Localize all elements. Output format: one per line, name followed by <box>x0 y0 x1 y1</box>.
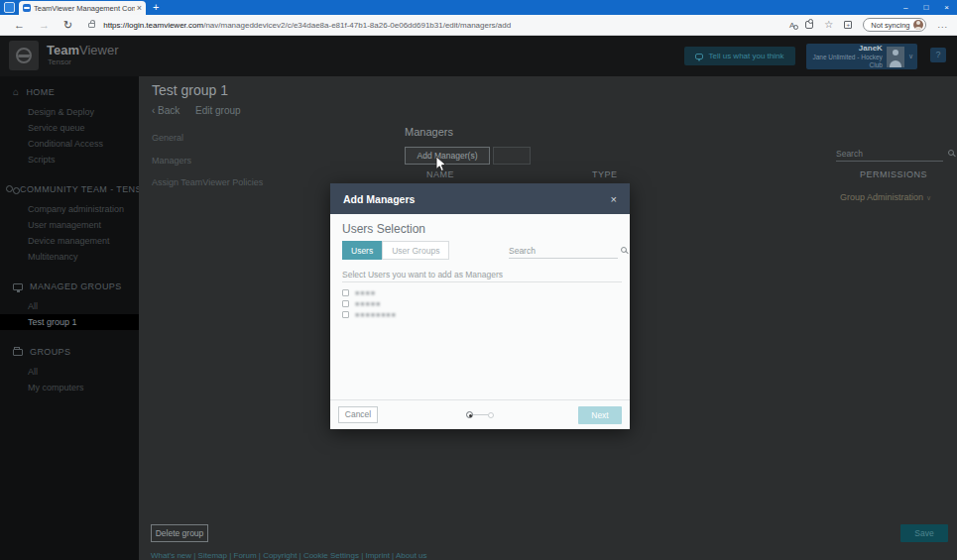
sidebar-section-managed-groups[interactable]: MANAGED GROUPS <box>0 279 139 294</box>
sidebar: ⌂ HOME Design & Deploy Service queue Con… <box>0 76 139 560</box>
address-bar[interactable]: https://login.teamviewer.com/nav/managed… <box>103 21 511 30</box>
next-button[interactable]: Next <box>578 406 622 424</box>
back-link[interactable]: ‹ Back <box>152 105 179 116</box>
section-label: COMMUNITY TEAM - TENSOR <box>20 184 156 194</box>
save-button[interactable]: Save <box>900 524 948 542</box>
user-row[interactable]: ■■■■■ <box>342 298 381 308</box>
brand-edition: Tensor <box>48 57 71 66</box>
user-row[interactable]: ■■■■ <box>342 287 376 297</box>
managers-search-input[interactable] <box>836 147 946 161</box>
workspace-icon[interactable] <box>4 2 15 13</box>
browser-profile-button[interactable]: Not syncing <box>863 18 926 32</box>
new-tab-button[interactable]: + <box>153 0 159 14</box>
minimize-button[interactable]: – <box>903 3 907 12</box>
search-icon[interactable] <box>948 150 954 156</box>
user-org: Jane Unlimited - Hockey Club <box>810 54 883 69</box>
toolbar-right-cluster: A ☆ + Not syncing ... <box>789 18 957 32</box>
url-origin: https://login.teamviewer.com <box>103 21 203 30</box>
close-icon[interactable]: × <box>611 193 617 205</box>
permission-value: Group Administration <box>840 192 923 202</box>
brand-light: Viewer <box>79 43 119 57</box>
close-button[interactable]: × <box>944 3 949 12</box>
add-managers-modal: Add Managers × Users Selection Users Use… <box>330 183 630 429</box>
managers-section-title: Managers <box>405 126 453 138</box>
tab-users[interactable]: Users <box>342 241 382 260</box>
sidebar-item-design-deploy[interactable]: Design & Deploy <box>0 104 139 120</box>
section-label: MANAGED GROUPS <box>30 281 122 291</box>
step-indicator <box>466 411 494 418</box>
divider <box>342 281 622 282</box>
sidebar-item-my-computers[interactable]: My computers <box>0 380 139 395</box>
feedback-bubble-icon <box>695 54 703 59</box>
mouse-cursor <box>435 156 447 173</box>
user-account-button[interactable]: JaneK Jane Unlimited - Hockey Club ∨ <box>806 44 917 69</box>
feedback-button[interactable]: Tell us what you think <box>684 47 795 65</box>
users-selection-title: Users Selection <box>342 222 425 236</box>
browser-menu-icon[interactable]: ... <box>937 20 948 30</box>
sidebar-item-device-management[interactable]: Device management <box>0 233 139 249</box>
user-avatar <box>887 47 904 67</box>
add-managers-button[interactable]: Add Manager(s) <box>405 147 490 165</box>
back-icon[interactable]: ← <box>14 19 25 31</box>
user-checkbox[interactable] <box>342 289 349 296</box>
sidebar-section-community-team[interactable]: COMMUNITY TEAM - TENSOR <box>0 181 139 197</box>
lock-icon[interactable] <box>88 23 95 28</box>
footer-links[interactable]: What's new | Sitemap | Forum | Copyright… <box>151 551 427 560</box>
sidebar-section-home[interactable]: ⌂ HOME <box>0 84 139 100</box>
sidebar-section-groups[interactable]: GROUPS <box>0 344 139 360</box>
collections-icon[interactable]: + <box>844 21 852 29</box>
user-name-redacted: ■■■■ <box>355 289 376 296</box>
sidebar-item-company-administration[interactable]: Company administration <box>0 201 139 217</box>
remove-managers-button-disabled <box>493 147 531 165</box>
feedback-label: Tell us what you think <box>708 52 783 60</box>
sidebar-item-groups-all[interactable]: All <box>0 364 139 380</box>
modal-search-input[interactable] <box>509 244 619 258</box>
nav-item-general[interactable]: General <box>152 133 183 143</box>
nav-item-managers[interactable]: Managers <box>152 156 191 166</box>
sync-status-label: Not syncing <box>871 21 909 30</box>
user-row[interactable]: ■■■■■■■■ <box>342 309 397 319</box>
app-header: TeamViewer Tensor Tell us what you think… <box>0 36 957 76</box>
tab-close-icon[interactable]: × <box>137 3 142 13</box>
cancel-button[interactable]: Cancel <box>338 406 378 423</box>
chevron-down-icon: ∨ <box>908 53 913 60</box>
user-name: JaneK <box>810 44 883 54</box>
tab-user-groups[interactable]: User Groups <box>382 241 449 260</box>
restore-button[interactable]: □ <box>923 3 928 12</box>
browser-avatar <box>913 20 923 30</box>
permission-dropdown[interactable]: Group Administration∨ <box>840 192 931 202</box>
browser-tab[interactable]: TeamViewer Management Conso × <box>19 1 146 15</box>
modal-header: Add Managers × <box>330 183 630 214</box>
sidebar-item-scripts[interactable]: Scripts <box>0 152 139 168</box>
user-checkbox[interactable] <box>342 300 349 307</box>
step-1-dot <box>466 411 473 418</box>
brand-bold: Team <box>47 43 79 57</box>
modal-instruction: Select Users you want to add as Managers <box>342 270 503 280</box>
brand-wordmark: TeamViewer <box>47 43 119 57</box>
help-icon[interactable]: ? <box>930 48 946 62</box>
sidebar-item-service-queue[interactable]: Service queue <box>0 120 139 136</box>
sidebar-item-managed-all[interactable]: All <box>0 298 139 314</box>
step-line <box>473 414 488 415</box>
sidebar-item-user-management[interactable]: User management <box>0 217 139 233</box>
delete-group-button[interactable]: Delete group <box>151 524 208 542</box>
url-path: /nav/manageddevicev2/c/e34dae8a-e81f-47b… <box>203 21 511 30</box>
favorites-icon[interactable]: ☆ <box>824 20 833 30</box>
modal-tabs: Users User Groups <box>342 241 449 260</box>
home-icon: ⌂ <box>13 87 19 97</box>
table-header-permissions: PERMISSIONS <box>860 169 927 179</box>
sidebar-item-multitenancy[interactable]: Multitenancy <box>0 249 139 265</box>
user-checkbox[interactable] <box>342 311 349 318</box>
edit-group-link[interactable]: Edit group <box>195 105 241 116</box>
browser-titlebar: TeamViewer Management Conso × + – □ × <box>0 0 957 15</box>
sidebar-item-test-group-1[interactable]: Test group 1 <box>0 314 139 330</box>
search-icon[interactable] <box>621 247 627 253</box>
chevron-down-icon: ∨ <box>926 194 931 201</box>
zoom-page-icon[interactable]: A <box>789 21 794 30</box>
extensions-icon[interactable] <box>805 21 813 29</box>
sidebar-item-conditional-access[interactable]: Conditional Access <box>0 136 139 152</box>
nav-item-assign-policies[interactable]: Assign TeamViewer Policies <box>152 177 263 187</box>
modal-title: Add Managers <box>343 193 415 205</box>
refresh-icon[interactable]: ↻ <box>63 19 72 32</box>
monitor-icon <box>13 283 23 290</box>
